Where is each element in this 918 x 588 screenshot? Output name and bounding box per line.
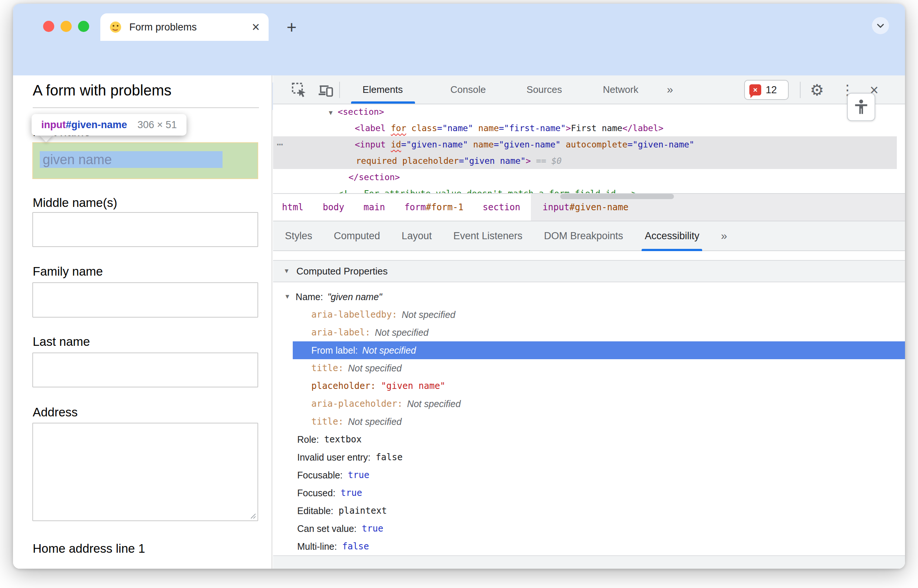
error-count: 12 [766, 84, 777, 96]
a11y-row-editable[interactable]: Editable:plaintext [273, 502, 905, 520]
tooltip-element: input [41, 119, 66, 130]
a11y-row-aria-labelledby[interactable]: aria-labelledby:Not specified [293, 306, 905, 323]
code-line-input-continued[interactable]: required placeholder="given name"> == $0 [273, 153, 897, 169]
tab-event-listeners[interactable]: Event Listeners [453, 230, 522, 242]
traffic-light-minimize[interactable] [61, 21, 72, 32]
traffic-light-zoom[interactable] [78, 21, 89, 32]
favicon-emoji-face-icon [109, 21, 122, 34]
tooltip-dimensions: 306 × 51 [137, 119, 177, 131]
a11y-row-name[interactable]: ▼ Name: "given name" [273, 288, 905, 306]
devtools-bottom-strip [273, 555, 905, 569]
family-name-input[interactable] [32, 282, 258, 318]
browser-tab[interactable]: Form problems × [100, 13, 268, 41]
browser-toolbar: ← → form-problems.glitch.me [13, 41, 905, 75]
code-line-label[interactable]: <label for class="name" name="first-name… [273, 120, 897, 136]
expand-arrow-icon[interactable]: ▼ [329, 109, 333, 116]
a11y-row-placeholder[interactable]: placeholder:"given name" [293, 377, 905, 395]
toolbar-divider-2 [800, 82, 801, 98]
console-errors-badge[interactable]: × 12 [744, 80, 789, 100]
horizontal-scrollbar-thumb [560, 194, 674, 199]
code-line-comment[interactable]: <!-- For attribute value doesn't match a… [273, 185, 897, 193]
accessibility-tree: ▼ Name: "given name" aria-labelledby:Not… [273, 282, 905, 555]
accessibility-person-icon[interactable] [847, 93, 875, 121]
breadcrumb-input-given-name[interactable]: input#given-name [543, 202, 629, 212]
devtools-settings-gear-icon[interactable]: ⚙ [808, 81, 826, 99]
middle-name-input[interactable] [32, 212, 258, 247]
elements-tree: ⋯ ▼ <section> <label for class="name" na… [273, 104, 905, 193]
tab-accessibility[interactable]: Accessibility [645, 230, 699, 242]
devtools-tab-console[interactable]: Console [433, 75, 503, 103]
textarea-resize-grip[interactable] [250, 513, 256, 519]
collapse-arrow-icon[interactable]: ▼ [283, 267, 290, 275]
toolbar-divider [339, 82, 340, 98]
page-title: A form with problems [33, 82, 171, 99]
tab-title: Form problems [129, 21, 244, 33]
breadcrumb-html[interactable]: html [282, 202, 304, 212]
a11y-row-aria-label[interactable]: aria-label:Not specified [293, 323, 905, 341]
sidebar-tabs: Styles Computed Layout Event Listeners D… [273, 221, 905, 251]
browser-window: Form problems × + ← → [13, 4, 905, 569]
code-line-section-close[interactable]: </section> [273, 169, 897, 185]
computed-properties-title: Computed Properties [296, 266, 388, 277]
tab-strip: Form problems × + [13, 4, 905, 41]
devtools-tab-elements[interactable]: Elements [347, 75, 418, 103]
new-tab-button[interactable]: + [281, 17, 302, 37]
inspect-element-icon[interactable] [290, 81, 308, 99]
sidebar-more-tabs-icon[interactable]: » [721, 229, 727, 242]
title-divider [33, 107, 259, 108]
label-home-address-1: Home address line 1 [33, 541, 145, 556]
elements-tab-underline [351, 102, 415, 103]
a11y-row-role[interactable]: Role:textbox [273, 431, 905, 448]
tab-layout[interactable]: Layout [402, 230, 432, 242]
address-textarea[interactable] [32, 423, 258, 521]
devtools-toolbar: Elements Console Sources Network » × 12 … [273, 75, 905, 104]
page-viewport: A form with problems First name input#gi… [13, 75, 272, 569]
a11y-row-focusable[interactable]: Focusable:true [273, 466, 905, 484]
a11y-row-can-set-value[interactable]: Can set value:true [273, 520, 905, 538]
content-area: A form with problems First name input#gi… [13, 75, 905, 569]
devtools-tab-sources[interactable]: Sources [509, 75, 580, 103]
a11y-row-title-2[interactable]: title:Not specified [293, 413, 905, 431]
a11y-row-focused[interactable]: Focused:true [273, 484, 905, 502]
label-address: Address [33, 405, 78, 419]
a11y-row-from-label[interactable]: From label:Not specified [293, 341, 905, 359]
breadcrumb-section[interactable]: section [483, 202, 520, 212]
a11y-row-title-1[interactable]: title:Not specified [293, 359, 905, 377]
name-expand-arrow-icon[interactable]: ▼ [284, 293, 291, 300]
label-middle-name: Middle name(s) [33, 196, 117, 210]
devtools-tab-network[interactable]: Network [584, 75, 657, 103]
last-name-input[interactable] [32, 352, 258, 388]
tab-close-icon[interactable]: × [252, 21, 260, 34]
tab-computed[interactable]: Computed [334, 230, 380, 242]
traffic-light-close[interactable] [43, 21, 54, 32]
breadcrumb-form[interactable]: form#form-1 [404, 202, 463, 212]
tab-dom-breakpoints[interactable]: DOM Breakpoints [544, 230, 623, 242]
a11y-row-aria-placeholder[interactable]: aria-placeholder:Not specified [293, 395, 905, 413]
screenshot-root: Form problems × + ← → [0, 0, 918, 588]
given-name-input-placeholder[interactable]: given name [43, 151, 112, 168]
more-tabs-chevron-icon[interactable]: » [667, 75, 673, 103]
tab-styles[interactable]: Styles [285, 230, 312, 242]
device-toolbar-icon[interactable] [317, 81, 335, 99]
devtools-panel: Elements Console Sources Network » × 12 … [273, 75, 905, 569]
label-family-name: Family name [33, 265, 103, 279]
tooltip-id: #given-name [66, 119, 127, 130]
label-last-name: Last name [33, 335, 90, 349]
computed-properties-header[interactable]: ▼ Computed Properties [273, 260, 905, 282]
code-line-input-selected[interactable]: <input id="given-name" name="given-name"… [273, 136, 897, 153]
code-line-section-open[interactable]: ▼ <section> [273, 104, 897, 120]
breadcrumb-body[interactable]: body [323, 202, 344, 212]
a11y-row-invalid-user-entry[interactable]: Invalid user entry:false [273, 448, 905, 466]
tab-search-chevron-icon[interactable] [872, 17, 889, 34]
inspect-tooltip: input#given-name 306 × 51 [32, 114, 186, 136]
error-bubble-icon: × [749, 84, 761, 95]
a11y-row-multi-line[interactable]: Multi-line:false [273, 538, 905, 555]
breadcrumb-main[interactable]: main [364, 202, 385, 212]
